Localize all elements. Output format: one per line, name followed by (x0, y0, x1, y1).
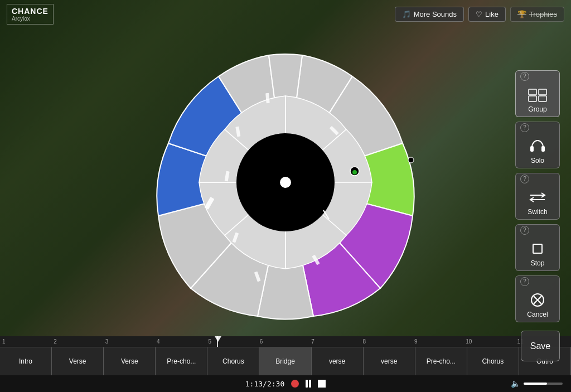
stop-transport-button[interactable] (318, 380, 326, 388)
transport-bar: 1:13/2:30 🔈 (0, 375, 571, 392)
group-icon-area (526, 86, 549, 103)
segment-prechu-1[interactable]: Pre-cho... (156, 347, 207, 375)
segments-row: Intro Verse Verse Pre-cho... Chorus Brid… (0, 347, 571, 375)
timeline-ruler: 1 2 3 4 5 6 7 8 9 10 11 (0, 336, 571, 347)
cancel-icon-area (526, 292, 549, 308)
save-button[interactable]: Save (521, 331, 560, 361)
volume-fill (524, 383, 547, 385)
volume-icon: 🔈 (511, 379, 520, 388)
segment-verse-3[interactable]: verse (312, 347, 364, 375)
pause-button[interactable] (306, 380, 311, 388)
stop-icon-area (526, 240, 549, 257)
switch-button[interactable]: Switch (515, 173, 560, 220)
switch-icon (529, 192, 546, 203)
ruler-numbers: 1 2 3 4 5 6 7 8 9 10 11 (2, 338, 569, 345)
main-content (0, 28, 571, 336)
svg-rect-18 (533, 244, 542, 253)
heart-icon: ♡ (476, 10, 482, 18)
svg-rect-17 (541, 146, 545, 152)
segment-verse-2[interactable]: Verse (104, 347, 156, 375)
group-icon (528, 87, 548, 103)
ruler-10: 10 (466, 338, 517, 345)
svg-rect-13 (539, 89, 546, 95)
stop-icon (531, 242, 544, 255)
more-sounds-button[interactable]: 🎵 More Sounds (395, 7, 464, 22)
group-label: Group (528, 105, 546, 113)
solo-button[interactable]: Solo (515, 122, 560, 168)
wheel-container[interactable] (146, 43, 425, 322)
ruler-6: 6 (260, 338, 311, 345)
svg-rect-12 (529, 89, 536, 95)
ruler-7: 7 (311, 338, 362, 345)
cancel-icon (530, 292, 545, 308)
center-dot (280, 177, 291, 188)
headphones-icon (529, 138, 546, 154)
cancel-button[interactable]: Cancel (515, 275, 560, 322)
app-subtitle: Arcylox (12, 16, 49, 22)
indicator-dot-1-inner (352, 170, 357, 175)
wheel-svg[interactable] (146, 43, 425, 322)
ruler-3: 3 (105, 338, 157, 345)
cancel-label: Cancel (527, 311, 548, 318)
header-buttons: 🎵 More Sounds ♡ Like 🏆 Trophies (395, 7, 564, 22)
right-panel: Group Solo Switch (515, 70, 560, 322)
volume-area: 🔈 (511, 379, 563, 388)
volume-slider[interactable] (524, 383, 563, 385)
segment-chorus-1[interactable]: Chorus (207, 347, 259, 375)
svg-rect-15 (539, 96, 546, 101)
like-button[interactable]: ♡ Like (468, 7, 506, 22)
playhead[interactable] (217, 336, 218, 347)
app-title-block: CHANCE Arcylox (7, 4, 54, 25)
svg-rect-16 (530, 146, 534, 152)
music-note-icon: 🎵 (402, 10, 411, 18)
switch-icon-area (526, 189, 549, 206)
ruler-8: 8 (363, 338, 414, 345)
segment-intro[interactable]: Intro (0, 347, 52, 375)
ruler-2: 2 (54, 338, 105, 345)
segment-chorus-2[interactable]: Chorus (467, 347, 519, 375)
time-display: 1:13/2:30 (245, 380, 284, 388)
trophies-button[interactable]: 🏆 Trophies (510, 7, 564, 22)
ruler-4: 4 (157, 338, 208, 345)
segment-verse-4[interactable]: verse (364, 347, 415, 375)
switch-label: Switch (528, 208, 547, 216)
segment-bridge[interactable]: Bridge (259, 347, 311, 375)
segment-verse-1[interactable]: Verse (52, 347, 104, 375)
playhead-triangle (215, 336, 221, 342)
ruler-1: 1 (2, 338, 54, 345)
pause-bar-left (306, 380, 308, 388)
bottom-bar: 1 2 3 4 5 6 7 8 9 10 11 Intro Verse Vers… (0, 336, 571, 392)
solo-icon-area (526, 138, 549, 154)
record-dot (291, 380, 299, 388)
solo-label: Solo (531, 157, 544, 164)
pause-bar-right (309, 380, 311, 388)
trophy-icon: 🏆 (517, 10, 526, 18)
stop-square-icon (318, 380, 326, 388)
stop-label: Stop (531, 259, 545, 267)
segment-prechu-2[interactable]: Pre-cho... (415, 347, 467, 375)
record-button[interactable] (291, 380, 299, 388)
ruler-9: 9 (414, 338, 466, 345)
pause-icon (306, 380, 311, 388)
app-title: CHANCE (12, 7, 49, 16)
stop-button[interactable]: Stop (515, 224, 560, 271)
svg-rect-14 (529, 96, 536, 101)
header: CHANCE Arcylox 🎵 More Sounds ♡ Like 🏆 Tr… (0, 0, 571, 28)
group-button[interactable]: Group (515, 70, 560, 117)
indicator-dot-2 (408, 157, 414, 163)
